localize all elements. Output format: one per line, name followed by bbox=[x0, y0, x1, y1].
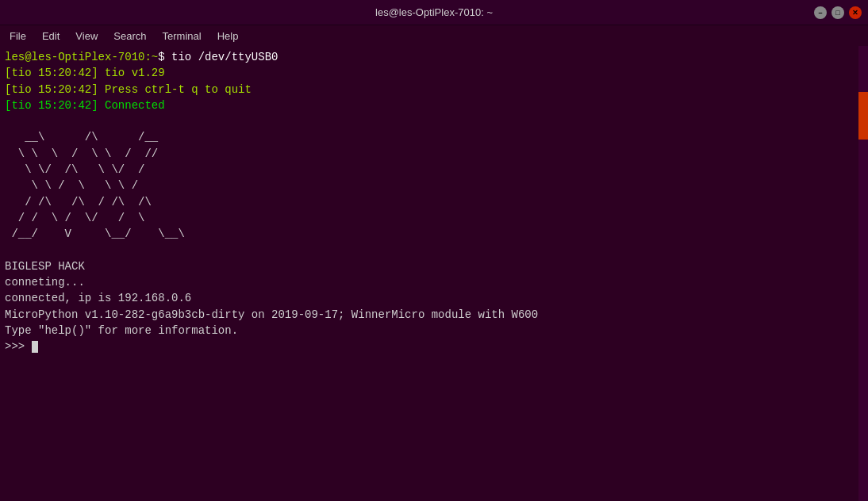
window-title: les@les-OptiPlex-7010: ~ bbox=[54, 6, 814, 18]
terminal-line-8: \ \/ /\ \ \/ / bbox=[5, 162, 863, 178]
terminal-line-5 bbox=[5, 113, 863, 129]
terminal-line-1: les@les-OptiPlex-7010:~$ tio /dev/ttyUSB… bbox=[5, 49, 863, 65]
scrollbar-track[interactable] bbox=[858, 46, 868, 501]
terminal-line-3: [tio 15:20:42] Press ctrl-t q to quit bbox=[5, 82, 863, 98]
terminal-line-14: BIGLESP HACK bbox=[5, 258, 863, 274]
terminal-line-10: / /\ /\ / /\ /\ bbox=[5, 194, 863, 210]
close-button[interactable]: ✕ bbox=[849, 6, 862, 19]
minimize-button[interactable]: – bbox=[814, 6, 827, 19]
terminal-content[interactable]: les@les-OptiPlex-7010:~$ tio /dev/ttyUSB… bbox=[0, 46, 868, 501]
window-controls: – □ ✕ bbox=[814, 6, 862, 19]
terminal-cursor bbox=[32, 341, 38, 353]
terminal-line-18: Type "help()" for more information. bbox=[5, 323, 863, 338]
maximize-button[interactable]: □ bbox=[832, 6, 844, 19]
terminal-line-9: \ \ / \ \ \ / bbox=[5, 178, 863, 193]
terminal-line-12: /__/ V \__/ \__\ bbox=[5, 226, 863, 242]
terminal-line-17: MicroPython v1.10-282-g6a9b3cb-dirty on … bbox=[5, 307, 863, 323]
scrollbar-thumb[interactable] bbox=[858, 92, 868, 140]
menu-help[interactable]: Help bbox=[211, 29, 245, 44]
menubar: File Edit View Search Terminal Help bbox=[0, 25, 868, 46]
menu-terminal[interactable]: Terminal bbox=[156, 29, 208, 44]
terminal-line-16: connected, ip is 192.168.0.6 bbox=[5, 290, 863, 306]
titlebar: les@les-OptiPlex-7010: ~ – □ ✕ bbox=[0, 0, 868, 25]
terminal-line-6: __\ /\ /__ bbox=[5, 129, 863, 145]
menu-file[interactable]: File bbox=[3, 29, 33, 44]
terminal-line-4: [tio 15:20:42] Connected bbox=[5, 98, 863, 113]
menu-edit[interactable]: Edit bbox=[36, 29, 66, 44]
terminal-line-7: \ \ \ / \ \ / // bbox=[5, 146, 863, 162]
menu-view[interactable]: View bbox=[69, 29, 104, 44]
terminal-line-15: conneting... bbox=[5, 274, 863, 290]
menu-search[interactable]: Search bbox=[107, 29, 152, 44]
terminal-line-11: / / \ / \/ / \ bbox=[5, 210, 863, 226]
terminal-line-13 bbox=[5, 243, 863, 258]
terminal-line-2: [tio 15:20:42] tio v1.29 bbox=[5, 65, 863, 81]
terminal-line-19: >>> bbox=[5, 338, 863, 354]
